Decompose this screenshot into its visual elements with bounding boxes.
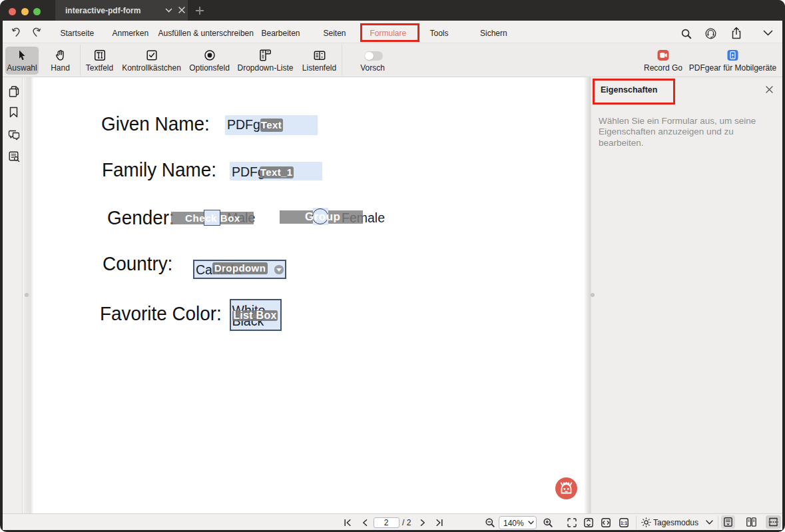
svg-text:1:1: 1:1 bbox=[621, 521, 627, 525]
